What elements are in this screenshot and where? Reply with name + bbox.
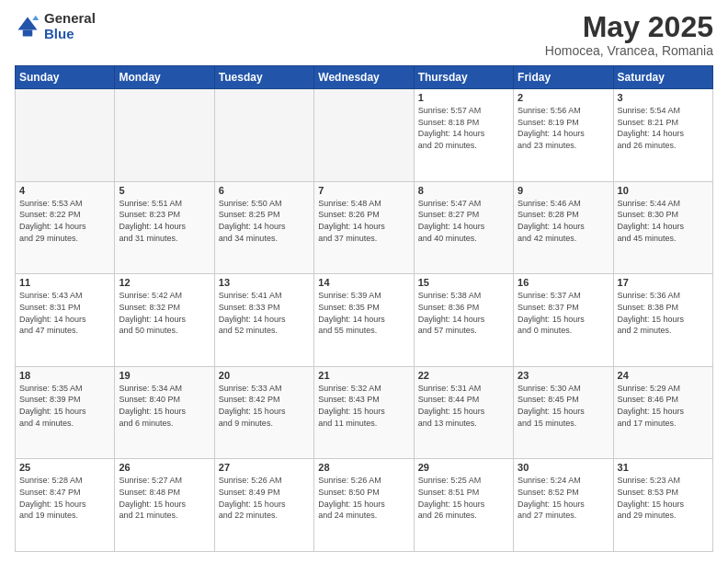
day-number: 26	[119, 462, 210, 473]
table-row: 24Sunrise: 5:29 AM Sunset: 8:46 PM Dayli…	[613, 366, 712, 459]
day-number: 25	[19, 462, 110, 473]
day-number: 6	[219, 185, 310, 196]
day-info: Sunrise: 5:25 AM Sunset: 8:51 PM Dayligh…	[418, 475, 509, 521]
day-info: Sunrise: 5:44 AM Sunset: 8:30 PM Dayligh…	[618, 198, 709, 244]
month-title: May 2025	[545, 11, 713, 43]
table-row: 18Sunrise: 5:35 AM Sunset: 8:39 PM Dayli…	[16, 366, 115, 459]
col-saturday: Saturday	[613, 66, 712, 89]
table-row: 23Sunrise: 5:30 AM Sunset: 8:45 PM Dayli…	[514, 366, 613, 459]
calendar-week-1: 4Sunrise: 5:53 AM Sunset: 8:22 PM Daylig…	[16, 181, 713, 274]
day-number: 13	[219, 277, 310, 288]
table-row: 10Sunrise: 5:44 AM Sunset: 8:30 PM Dayli…	[613, 181, 712, 274]
calendar-week-0: 1Sunrise: 5:57 AM Sunset: 8:18 PM Daylig…	[16, 89, 713, 182]
table-row: 3Sunrise: 5:54 AM Sunset: 8:21 PM Daylig…	[613, 89, 712, 182]
day-number: 11	[19, 277, 110, 288]
day-info: Sunrise: 5:34 AM Sunset: 8:40 PM Dayligh…	[119, 383, 210, 429]
col-friday: Friday	[514, 66, 613, 89]
day-number: 10	[618, 185, 709, 196]
day-number: 5	[119, 185, 210, 196]
day-number: 7	[318, 185, 409, 196]
table-row: 12Sunrise: 5:42 AM Sunset: 8:32 PM Dayli…	[115, 274, 214, 367]
table-row: 21Sunrise: 5:32 AM Sunset: 8:43 PM Dayli…	[314, 366, 414, 459]
title-block: May 2025 Homocea, Vrancea, Romania	[545, 11, 713, 58]
table-row: 11Sunrise: 5:43 AM Sunset: 8:31 PM Dayli…	[16, 274, 115, 367]
day-number: 17	[618, 277, 709, 288]
calendar: Sunday Monday Tuesday Wednesday Thursday…	[15, 65, 713, 552]
table-row: 22Sunrise: 5:31 AM Sunset: 8:44 PM Dayli…	[414, 366, 513, 459]
day-info: Sunrise: 5:37 AM Sunset: 8:37 PM Dayligh…	[518, 290, 609, 336]
table-row: 20Sunrise: 5:33 AM Sunset: 8:42 PM Dayli…	[214, 366, 313, 459]
table-row: 25Sunrise: 5:28 AM Sunset: 8:47 PM Dayli…	[16, 459, 115, 552]
table-row: 6Sunrise: 5:50 AM Sunset: 8:25 PM Daylig…	[214, 181, 313, 274]
day-number: 30	[518, 462, 609, 473]
day-info: Sunrise: 5:32 AM Sunset: 8:43 PM Dayligh…	[318, 383, 409, 429]
table-row: 31Sunrise: 5:23 AM Sunset: 8:53 PM Dayli…	[613, 459, 712, 552]
day-number: 20	[219, 370, 310, 381]
day-number: 3	[618, 92, 709, 103]
table-row: 16Sunrise: 5:37 AM Sunset: 8:37 PM Dayli…	[514, 274, 613, 367]
day-info: Sunrise: 5:50 AM Sunset: 8:25 PM Dayligh…	[219, 198, 310, 244]
day-info: Sunrise: 5:26 AM Sunset: 8:49 PM Dayligh…	[219, 475, 310, 521]
day-number: 2	[518, 92, 609, 103]
day-number: 27	[219, 462, 310, 473]
day-info: Sunrise: 5:57 AM Sunset: 8:18 PM Dayligh…	[418, 105, 509, 151]
col-thursday: Thursday	[414, 66, 513, 89]
day-info: Sunrise: 5:23 AM Sunset: 8:53 PM Dayligh…	[618, 475, 709, 521]
day-number: 23	[518, 370, 609, 381]
col-tuesday: Tuesday	[214, 66, 313, 89]
table-row: 28Sunrise: 5:26 AM Sunset: 8:50 PM Dayli…	[314, 459, 414, 552]
table-row: 14Sunrise: 5:39 AM Sunset: 8:35 PM Dayli…	[314, 274, 414, 367]
table-row	[115, 89, 214, 182]
table-row: 4Sunrise: 5:53 AM Sunset: 8:22 PM Daylig…	[16, 181, 115, 274]
day-number: 24	[618, 370, 709, 381]
col-sunday: Sunday	[16, 66, 115, 89]
day-info: Sunrise: 5:29 AM Sunset: 8:46 PM Dayligh…	[618, 383, 709, 429]
table-row: 26Sunrise: 5:27 AM Sunset: 8:48 PM Dayli…	[115, 459, 214, 552]
day-number: 14	[318, 277, 409, 288]
day-info: Sunrise: 5:43 AM Sunset: 8:31 PM Dayligh…	[19, 290, 110, 336]
table-row: 30Sunrise: 5:24 AM Sunset: 8:52 PM Dayli…	[514, 459, 613, 552]
day-number: 15	[418, 277, 509, 288]
table-row: 17Sunrise: 5:36 AM Sunset: 8:38 PM Dayli…	[613, 274, 712, 367]
day-number: 18	[19, 370, 110, 381]
day-number: 28	[318, 462, 409, 473]
table-row: 2Sunrise: 5:56 AM Sunset: 8:19 PM Daylig…	[514, 89, 613, 182]
col-wednesday: Wednesday	[314, 66, 414, 89]
day-info: Sunrise: 5:51 AM Sunset: 8:23 PM Dayligh…	[119, 198, 210, 244]
table-row	[214, 89, 313, 182]
logo-blue-text: Blue	[44, 27, 96, 42]
day-number: 31	[618, 462, 709, 473]
table-row	[16, 89, 115, 182]
day-info: Sunrise: 5:24 AM Sunset: 8:52 PM Dayligh…	[518, 475, 609, 521]
page: General Blue May 2025 Homocea, Vrancea, …	[0, 0, 728, 563]
day-info: Sunrise: 5:42 AM Sunset: 8:32 PM Dayligh…	[119, 290, 210, 336]
day-number: 29	[418, 462, 509, 473]
table-row: 9Sunrise: 5:46 AM Sunset: 8:28 PM Daylig…	[514, 181, 613, 274]
day-info: Sunrise: 5:26 AM Sunset: 8:50 PM Dayligh…	[318, 475, 409, 521]
day-info: Sunrise: 5:53 AM Sunset: 8:22 PM Dayligh…	[19, 198, 110, 244]
day-info: Sunrise: 5:46 AM Sunset: 8:28 PM Dayligh…	[518, 198, 609, 244]
location: Homocea, Vrancea, Romania	[545, 43, 713, 58]
day-info: Sunrise: 5:47 AM Sunset: 8:27 PM Dayligh…	[418, 198, 509, 244]
day-number: 21	[318, 370, 409, 381]
table-row: 15Sunrise: 5:38 AM Sunset: 8:36 PM Dayli…	[414, 274, 513, 367]
svg-rect-1	[23, 29, 33, 36]
logo-text: General Blue	[44, 11, 96, 41]
table-row: 5Sunrise: 5:51 AM Sunset: 8:23 PM Daylig…	[115, 181, 214, 274]
col-monday: Monday	[115, 66, 214, 89]
day-number: 1	[418, 92, 509, 103]
day-number: 19	[119, 370, 210, 381]
table-row: 13Sunrise: 5:41 AM Sunset: 8:33 PM Dayli…	[214, 274, 313, 367]
day-info: Sunrise: 5:48 AM Sunset: 8:26 PM Dayligh…	[318, 198, 409, 244]
day-info: Sunrise: 5:27 AM Sunset: 8:48 PM Dayligh…	[119, 475, 210, 521]
logo-icon	[15, 14, 40, 40]
day-info: Sunrise: 5:39 AM Sunset: 8:35 PM Dayligh…	[318, 290, 409, 336]
day-number: 8	[418, 185, 509, 196]
day-info: Sunrise: 5:28 AM Sunset: 8:47 PM Dayligh…	[19, 475, 110, 521]
calendar-header-row: Sunday Monday Tuesday Wednesday Thursday…	[16, 66, 713, 89]
day-number: 16	[518, 277, 609, 288]
header: General Blue May 2025 Homocea, Vrancea, …	[15, 11, 713, 58]
day-number: 9	[518, 185, 609, 196]
day-info: Sunrise: 5:31 AM Sunset: 8:44 PM Dayligh…	[418, 383, 509, 429]
table-row: 1Sunrise: 5:57 AM Sunset: 8:18 PM Daylig…	[414, 89, 513, 182]
